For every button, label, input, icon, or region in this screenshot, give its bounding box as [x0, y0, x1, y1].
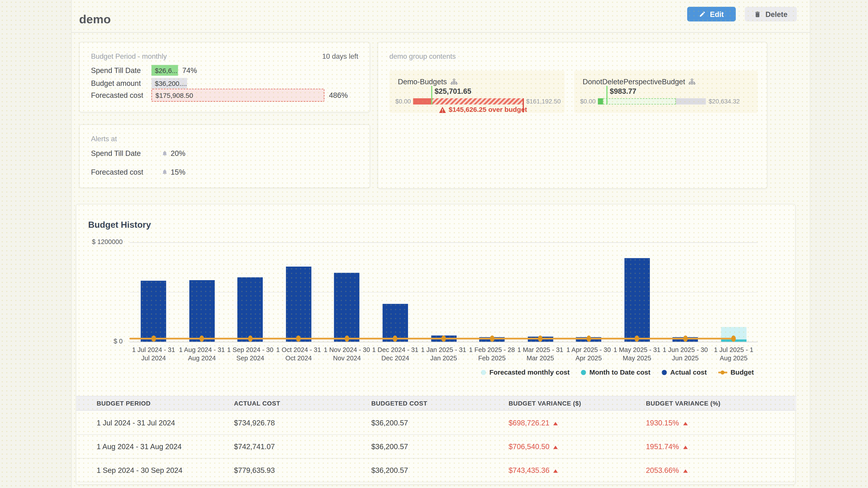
group-budget-zero-label: $0.00 — [574, 98, 596, 105]
group-budget-name: Demo-Budgets — [398, 77, 458, 86]
days-left-label: 10 days left — [322, 53, 358, 61]
table-row: 1 Jul 2024 - 31 Jul 2024$734,926.78$36,2… — [76, 411, 796, 435]
table-header-cell: ACTUAL COST — [214, 396, 351, 410]
table-cell: 1 Jul 2024 - 31 Jul 2024 — [76, 411, 214, 434]
table-cell: 1 Aug 2024 - 31 Aug 2024 — [76, 435, 214, 458]
legend-color-dot — [581, 369, 586, 375]
legend-item-budget[interactable]: Budget — [718, 368, 754, 376]
group-budget-amount: $25,701.65 — [434, 87, 471, 96]
alert-row-label: Forecasted cost — [91, 167, 162, 176]
legend-label: Month to Date cost — [589, 368, 650, 376]
budget-period-row: Budget amount$36,200.... — [91, 78, 362, 89]
org-hierarchy-icon[interactable] — [450, 78, 458, 85]
budget-period-value: $175,908.50 — [156, 91, 193, 99]
budget-period-value: $26,6... — [155, 66, 178, 74]
table-cell: 1930.15% — [626, 411, 796, 434]
budget-history-card: Budget History Forecasted monthly costMo… — [76, 204, 796, 485]
group-budget-max-label: $20,634.32 — [709, 98, 740, 105]
legend-color-dot — [481, 369, 486, 375]
chart-x-tick-label: 1 Apr 2025 - 30Apr 2025 — [563, 346, 615, 363]
chart-x-tick-label: 1 Jul 2024 - 31Jul 2024 — [127, 346, 180, 363]
table-cell: $742,741.07 — [214, 435, 351, 458]
budget-period-row-label: Forecasted cost — [91, 91, 152, 100]
budget-line-marker — [248, 335, 252, 342]
alert-row: Forecasted cost15% — [91, 167, 186, 176]
alert-row: Spend Till Date20% — [91, 149, 186, 158]
org-hierarchy-icon[interactable] — [688, 78, 696, 85]
bell-icon — [162, 150, 168, 156]
delete-button-label: Delete — [765, 10, 787, 19]
table-cell: 2053.66% — [626, 459, 796, 482]
budget-line-marker — [151, 335, 156, 342]
topbar-divider — [71, 32, 810, 33]
budget-table-header: BUDGET PERIODACTUAL COSTBUDGETED COSTBUD… — [76, 396, 796, 411]
budget-period-card-title: Budget Period - monthly — [91, 53, 167, 61]
chart-x-tick-label: 1 Jul 2025 - 1Aug 2025 — [708, 346, 760, 363]
budget-period-value-chip: $36,200.... — [151, 78, 187, 89]
legend-item-actual-cost[interactable]: Actual cost — [662, 368, 707, 376]
chart-x-tick-label: 1 Jun 2025 - 30Jun 2025 — [659, 346, 711, 363]
group-contents-card-title: demo group contents — [390, 53, 456, 61]
chart-x-tick-label: 1 Feb 2025 - 28Feb 2025 — [466, 346, 518, 363]
chart-x-tick-label: 1 Jan 2025 - 31Jan 2025 — [418, 346, 470, 363]
variance-up-triangle-icon — [553, 446, 558, 449]
budget-amount-tick — [607, 86, 608, 105]
chart-y-tick-label: $ 1200000 — [76, 238, 123, 245]
table-cell: 1 Sep 2024 - 30 Sep 2024 — [76, 459, 214, 482]
chart-x-tick-label: 1 May 2025 - 31May 2025 — [611, 346, 663, 363]
budget-history-chart — [76, 204, 796, 342]
group-budget-name-text: Demo-Budgets — [398, 77, 447, 86]
budget-period-value: $36,200.... — [155, 79, 187, 87]
alerts-card: Alerts at Spend Till Date20%Forecasted c… — [79, 124, 370, 188]
table-cell: $36,200.57 — [351, 435, 489, 458]
chart-x-tick-label: 1 Aug 2024 - 31Aug 2024 — [176, 346, 228, 363]
page-title: demo — [79, 12, 111, 26]
budget-period-row: Spend Till Date$26,6...74% — [91, 65, 362, 76]
group-budget-tile: DonotDeletePerspectiveBudget$983.77$0.00… — [574, 71, 758, 113]
chart-x-tick-label: 1 Mar 2025 - 31Mar 2025 — [514, 346, 566, 363]
legend-label: Budget — [731, 368, 754, 376]
legend-item-forecasted-monthly-cost[interactable]: Forecasted monthly cost — [481, 368, 569, 376]
actual-cost-bar — [334, 273, 360, 342]
group-budget-bar — [598, 98, 706, 105]
actual-cost-bar — [286, 266, 311, 342]
legend-label: Actual cost — [670, 368, 707, 376]
group-budget-max-label: $161,192.50 — [526, 98, 561, 105]
table-cell: $706,540.50 — [488, 435, 626, 458]
table-cell: $36,200.57 — [351, 459, 489, 482]
legend-color-dot — [662, 369, 667, 375]
table-row: 1 Aug 2024 - 31 Aug 2024$742,741.07$36,2… — [76, 435, 796, 459]
edit-button-label: Edit — [710, 10, 724, 19]
chart-x-tick-label: 1 Sep 2024 - 30Sep 2024 — [224, 346, 276, 363]
budget-detail-page: demo Edit Delete Budget Period - monthly… — [0, 0, 868, 488]
alerts-card-title: Alerts at — [91, 135, 117, 143]
group-budget-zero-label: $0.00 — [390, 98, 411, 105]
edit-button[interactable]: Edit — [687, 7, 736, 22]
over-budget-end-line — [523, 98, 524, 112]
group-budget-bar-segment-solid-green — [598, 98, 603, 105]
group-contents-card: demo group contents Demo-Budgets$25,701.… — [377, 42, 767, 189]
alert-threshold-value: 20% — [170, 149, 185, 158]
table-cell: $734,926.78 — [214, 411, 351, 434]
group-budget-name-text: DonotDeletePerspectiveBudget — [583, 77, 685, 86]
budget-period-percent: 74% — [182, 66, 197, 75]
delete-button[interactable]: Delete — [745, 7, 797, 22]
variance-up-triangle-icon — [553, 422, 558, 425]
over-budget-warning: $145,626.25 over budget — [439, 106, 527, 113]
actual-cost-bar — [238, 277, 263, 342]
alert-threshold-value: 15% — [170, 167, 185, 176]
legend-item-month-to-date-cost[interactable]: Month to Date cost — [581, 368, 651, 376]
alert-row-label: Spend Till Date — [91, 149, 162, 158]
budget-period-row: Forecasted cost$175,908.50486% — [91, 89, 362, 102]
actual-cost-bar — [624, 258, 650, 342]
trash-icon — [754, 10, 762, 18]
over-budget-warning-text: $145,626.25 over budget — [449, 106, 527, 113]
group-budget-bar-segment-striped-red — [432, 98, 523, 105]
actual-cost-bar — [189, 280, 215, 341]
budget-period-row-label: Budget amount — [91, 79, 152, 88]
chart-legend: Forecasted monthly costMonth to Date cos… — [481, 368, 754, 376]
actual-cost-bar — [141, 281, 166, 341]
table-cell: $743,435.36 — [488, 459, 626, 482]
table-cell: $698,726.21 — [488, 411, 626, 434]
group-budget-tile: Demo-Budgets$25,701.65$0.00$161,192.50$1… — [390, 71, 565, 113]
